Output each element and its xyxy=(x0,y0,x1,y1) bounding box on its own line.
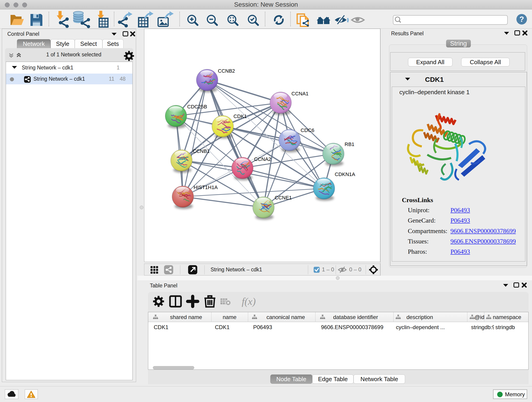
svg-text:CCNA1: CCNA1 xyxy=(291,91,309,96)
svg-text:CCNE1: CCNE1 xyxy=(275,195,292,201)
svg-text:RB1: RB1 xyxy=(345,141,355,147)
svg-text:CCNB2: CCNB2 xyxy=(218,68,235,74)
svg-text:CDK1: CDK1 xyxy=(234,114,247,119)
svg-text:HIST1H1A: HIST1H1A xyxy=(194,185,218,190)
svg-text:f(x): f(x) xyxy=(242,296,256,307)
svg-text:CDC25B: CDC25B xyxy=(187,104,207,109)
svg-text:CCNB1: CCNB1 xyxy=(193,148,210,154)
svg-text:?: ? xyxy=(519,15,524,23)
svg-text:CDKN1A: CDKN1A xyxy=(335,172,355,177)
svg-text:CDC6: CDC6 xyxy=(301,128,314,133)
svg-text:CCNA2: CCNA2 xyxy=(254,156,271,162)
